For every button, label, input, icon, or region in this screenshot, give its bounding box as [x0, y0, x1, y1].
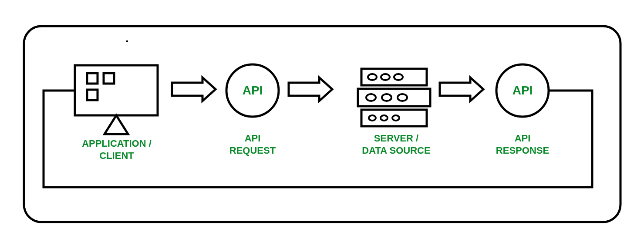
- svg-rect-3: [87, 90, 98, 100]
- client-monitor-icon: [75, 65, 158, 134]
- arrow-api-to-server: [289, 77, 332, 101]
- svg-rect-9: [358, 89, 430, 106]
- server-label: SERVER / DATA SOURCE: [353, 132, 440, 156]
- api-flow-diagram: API API APPLICATION / CLIENT API REQUEST…: [0, 0, 644, 249]
- arrow-server-to-api-response: [440, 77, 483, 101]
- decoration-dot: [126, 40, 128, 42]
- svg-point-16: [392, 115, 399, 121]
- svg-point-15: [381, 115, 388, 121]
- svg-rect-13: [361, 110, 427, 126]
- svg-point-7: [381, 74, 390, 80]
- arrow-client-to-api: [172, 77, 216, 101]
- svg-marker-4: [105, 115, 128, 134]
- api-response-circle-label: API: [511, 84, 534, 98]
- svg-point-11: [382, 94, 391, 101]
- svg-rect-1: [87, 73, 98, 84]
- api-request-label: API REQUEST: [218, 132, 287, 156]
- svg-point-14: [369, 115, 376, 121]
- svg-point-8: [394, 74, 403, 80]
- outer-frame: [24, 26, 620, 222]
- server-stack-icon: [358, 69, 430, 126]
- diagram-svg: [0, 0, 644, 249]
- api-response-label: API RESPONSE: [486, 132, 560, 156]
- client-label: APPLICATION / CLIENT: [64, 138, 169, 162]
- api-request-circle-label: API: [241, 84, 264, 98]
- svg-point-10: [366, 94, 376, 101]
- svg-point-6: [368, 74, 377, 80]
- svg-rect-2: [104, 73, 114, 84]
- svg-point-12: [398, 94, 407, 101]
